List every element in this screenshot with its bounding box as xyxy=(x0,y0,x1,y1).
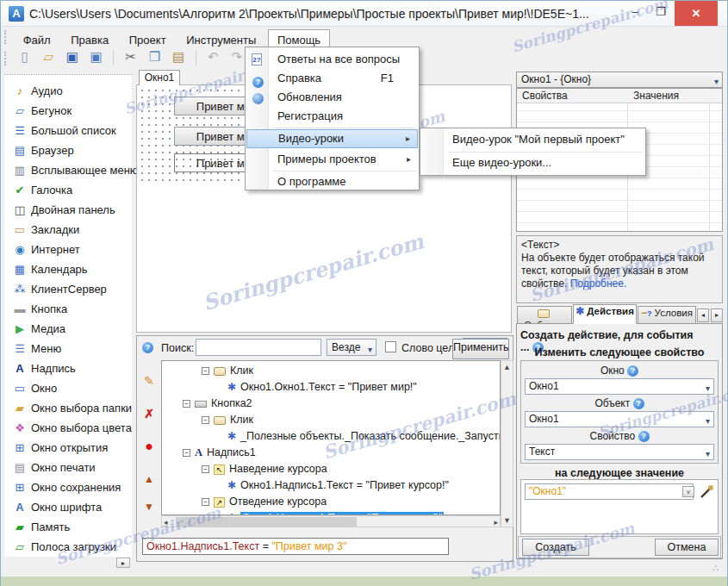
sidebar-item-button[interactable]: ▬Кнопка xyxy=(4,299,132,319)
tree-item-label[interactable]: Наведение курсора xyxy=(229,463,327,475)
sidebar-item-calendar[interactable]: ▦Календарь xyxy=(4,259,132,279)
menu-item-video-lessons[interactable]: Видео-уроки▸ xyxy=(246,129,418,148)
collapse-icon[interactable]: − xyxy=(183,400,190,408)
tab-actions[interactable]: ✱Действия xyxy=(573,304,637,324)
collapse-icon[interactable]: − xyxy=(202,416,209,424)
collapse-icon[interactable]: − xyxy=(202,367,209,375)
window-dropdown[interactable]: Окно1▾ xyxy=(525,378,714,395)
magic-wand-icon[interactable] xyxy=(699,483,716,500)
property-dropdown[interactable]: Текст▾ xyxy=(525,444,714,460)
save-all-icon[interactable]: ▣ xyxy=(86,47,107,67)
tree-vertical-scrollbar[interactable]: ▲ ▼ xyxy=(501,360,513,527)
expression-input[interactable]: Окно1.Надпись1.Текст = "Привет мир 3" xyxy=(142,538,449,555)
sidebar-item-progress-bar[interactable]: ▱Полоса загрузки xyxy=(4,537,132,557)
search-input[interactable] xyxy=(196,339,321,356)
tab-scroll-left-icon[interactable]: ◂ xyxy=(697,309,709,322)
scroll-down-icon[interactable]: ▼ xyxy=(501,516,513,525)
close-button[interactable]: ✕ xyxy=(675,1,718,26)
object-dropdown[interactable]: Окно1▾ xyxy=(525,411,714,427)
tree-item-label[interactable]: Надпись1 xyxy=(207,446,256,458)
value-input[interactable]: "Окно1" v xyxy=(525,483,694,500)
copy-icon[interactable]: ❐ xyxy=(144,47,165,67)
sidebar-item-print-dialog[interactable]: ▤Окно печати xyxy=(4,458,132,477)
sidebar-item-folder-dialog[interactable]: ▰Окно выбора папки xyxy=(4,398,132,418)
submenu-item-first-project[interactable]: Видео-урок "Мой первый проект" xyxy=(421,130,644,149)
collapse-icon[interactable]: − xyxy=(202,465,209,473)
paste-icon[interactable]: ▤ xyxy=(168,47,189,67)
menu-item-registration[interactable]: Регистрация xyxy=(246,107,418,126)
tree-item-label[interactable]: _Полезные объекты._Показать сообщение._З… xyxy=(240,430,501,442)
tree-item-label[interactable]: Окно1.Надпись1.Текст = "Привет курсор!" xyxy=(240,479,449,491)
menu-item-example-projects[interactable]: Примеры проектов▸ xyxy=(246,150,418,169)
sidebar-item-dual-panel[interactable]: ◫Двойная панель xyxy=(4,200,132,220)
submenu-item-more-videos[interactable]: Еще видео-уроки... xyxy=(421,153,644,172)
sidebar-item-window[interactable]: ▭Окно xyxy=(4,378,132,398)
help-icon[interactable]: ? xyxy=(638,431,650,442)
tree-item-label[interactable]: Клик xyxy=(230,365,253,377)
value-dropdown-icon[interactable]: v xyxy=(682,486,694,497)
move-down-icon[interactable]: ▼ xyxy=(140,498,158,515)
sidebar-item-client-server[interactable]: ⁂КлиентСервер xyxy=(4,279,132,299)
sidebar-item-memory[interactable]: ▰Память xyxy=(4,517,132,537)
cut-icon[interactable]: ✂ xyxy=(121,47,141,67)
create-button[interactable]: Создать xyxy=(522,539,589,556)
cancel-button[interactable]: Отмена xyxy=(655,539,719,556)
tree-item-label[interactable]: Клик xyxy=(230,414,253,426)
sidebar-item-media[interactable]: ▶Медиа xyxy=(4,319,132,339)
collapse-icon[interactable]: − xyxy=(202,498,209,506)
new-icon[interactable]: ▯ xyxy=(15,47,35,67)
tree-item-label[interactable]: Отведение курсора xyxy=(229,496,327,508)
maximize-button[interactable]: ❐ xyxy=(649,1,673,25)
save-icon[interactable]: ▣ xyxy=(62,47,83,67)
scroll-up-icon[interactable]: ▲ xyxy=(501,363,513,371)
sidebar-item-menu[interactable]: ☰Меню xyxy=(4,339,132,358)
menu-item-about[interactable]: О программе xyxy=(246,172,418,191)
scroll-left-icon[interactable]: ◂ xyxy=(164,518,168,527)
scope-dropdown[interactable]: Везде▾ xyxy=(327,339,376,356)
sidebar-item-save-dialog[interactable]: ⊞Окно сохранения xyxy=(4,477,132,497)
sidebar-item-open-dialog[interactable]: ⊞Окно открытия xyxy=(4,438,132,458)
tree-item-label[interactable]: Кнопка2 xyxy=(211,397,252,409)
sidebar-item-bookmarks[interactable]: ▭Закладки xyxy=(4,220,132,240)
sidebar-item-checkbox[interactable]: ✔Галочка xyxy=(4,180,132,200)
help-icon[interactable]: ? xyxy=(142,342,153,353)
sidebar-item-audio[interactable]: ♪Аудио xyxy=(4,81,132,101)
sidebar-item-browser[interactable]: ▤Браузер xyxy=(4,140,132,160)
help-icon[interactable]: ? xyxy=(633,398,644,409)
undo-icon[interactable]: ↶ xyxy=(202,47,223,67)
more-link[interactable]: Подробнее. xyxy=(570,277,627,290)
sidebar-overflow-icon[interactable]: ▸ xyxy=(116,558,130,568)
tab-events[interactable]: События xyxy=(517,306,572,324)
tab-scroll-right-icon[interactable]: ▸ xyxy=(711,309,723,322)
designer-tab-okno1[interactable]: Окно1 xyxy=(139,70,180,85)
sidebar-item-label[interactable]: AНадпись xyxy=(4,358,132,378)
chevron-down-icon: ▾ xyxy=(706,446,710,461)
delete-icon[interactable]: ✗ xyxy=(140,405,158,422)
tab-conditions[interactable]: −?Условия xyxy=(638,306,696,324)
collapse-icon[interactable]: − xyxy=(183,449,190,457)
scroll-right-icon[interactable]: ▸ xyxy=(494,518,498,527)
tree-item-label[interactable]: Окно1.Окно1.Текст = "Привет мир!" xyxy=(240,381,417,393)
open-icon[interactable]: ▱ xyxy=(38,47,59,67)
menu-item-updates[interactable]: Обновления xyxy=(246,88,418,107)
apply-button[interactable]: Применить xyxy=(452,339,509,359)
record-icon[interactable]: ● xyxy=(140,438,158,455)
tree-horizontal-scrollbar[interactable]: ◂ ▸ xyxy=(161,515,501,527)
edit-pencil-icon[interactable]: ✎ xyxy=(140,372,158,390)
sidebar-item-font-dialog[interactable]: AОкно шрифта xyxy=(4,497,132,517)
sidebar-item-color-dialog[interactable]: ❖Окно выбора цвета xyxy=(4,418,132,438)
scrollbar-thumb[interactable] xyxy=(176,517,357,527)
browser-icon: ▤ xyxy=(12,140,28,160)
sidebar-item-popup-menu[interactable]: ▥Всплывающее меню xyxy=(4,160,132,180)
sidebar-item-internet[interactable]: ◉Интернет xyxy=(4,240,132,259)
whole-word-checkbox[interactable] xyxy=(385,341,396,352)
menu-item-answers[interactable]: 2?Ответы на все вопросы xyxy=(246,50,418,69)
sidebar-item-big-list[interactable]: ☰Большой список xyxy=(4,121,132,140)
move-up-icon[interactable]: ▲ xyxy=(140,471,158,488)
minimize-button[interactable]: – xyxy=(623,1,647,25)
help-icon[interactable]: ? xyxy=(627,365,638,377)
resize-grip[interactable]: ∴ xyxy=(712,563,719,574)
sidebar-item-slider[interactable]: ▱Бегунок xyxy=(4,101,132,121)
menu-item-help[interactable]: ?СправкаF1 xyxy=(246,69,418,88)
object-selector-dropdown[interactable]: Окно1 - {Окно} ▾ xyxy=(516,72,723,88)
